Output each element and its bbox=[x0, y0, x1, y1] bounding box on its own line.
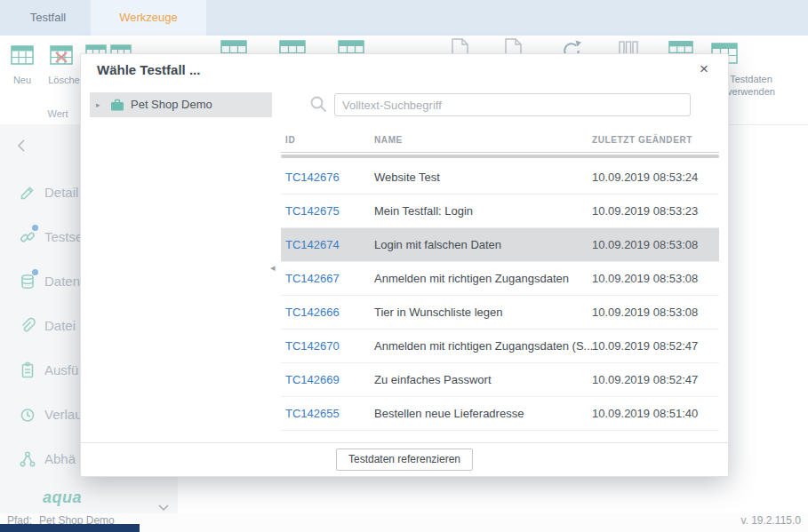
table-row[interactable]: TC142675 Mein Testfall: Login 10.09.2019… bbox=[281, 195, 719, 228]
project-tree-item[interactable]: ▸ Pet Shop Demo bbox=[90, 92, 272, 117]
row-name: Bestellen neue Lieferadresse bbox=[374, 397, 524, 430]
choose-testcase-dialog: Wähle Testfall ... × ▸ Pet Shop Demo ID … bbox=[80, 53, 729, 477]
row-id-link[interactable]: TC142655 bbox=[285, 397, 340, 430]
delete-button[interactable] bbox=[50, 44, 73, 69]
row-name: Website Test bbox=[374, 161, 440, 194]
row-modified: 10.09.2019 08:53:24 bbox=[592, 161, 698, 194]
new-button[interactable] bbox=[11, 44, 34, 69]
row-modified: 10.09.2019 08:51:40 bbox=[592, 397, 698, 430]
details-icon bbox=[19, 184, 36, 205]
table-row[interactable]: TC142669 Zu einfaches Passwort 10.09.201… bbox=[281, 363, 719, 397]
scenario-icon bbox=[19, 228, 36, 250]
row-id-link[interactable]: TC142676 bbox=[285, 161, 340, 194]
row-modified: 10.09.2019 08:53:08 bbox=[592, 296, 698, 329]
search-input[interactable] bbox=[334, 93, 691, 116]
horizontal-scrollbar[interactable] bbox=[281, 155, 719, 158]
search-icon bbox=[309, 95, 328, 117]
version-label: v. 19.2.115.0 bbox=[740, 514, 801, 527]
chevron-down-icon bbox=[158, 504, 169, 512]
table-row[interactable]: TC142670 Anmelden mit richtigen Zugangsd… bbox=[281, 330, 719, 363]
attachment-icon bbox=[19, 317, 36, 338]
row-modified: 10.09.2019 08:53:08 bbox=[592, 228, 698, 261]
footer-divider bbox=[81, 442, 728, 443]
table-header: ID NAME ZULETZT GEÄNDERT bbox=[281, 129, 719, 153]
sidebar-collapse-button[interactable] bbox=[16, 139, 28, 155]
table-row[interactable]: TC142676 Website Test 10.09.2019 08:53:2… bbox=[281, 161, 719, 195]
close-icon[interactable]: × bbox=[694, 60, 714, 79]
project-tree-label: Pet Shop Demo bbox=[131, 92, 212, 117]
history-icon bbox=[19, 406, 36, 427]
testcase-table: ID NAME ZULETZT GEÄNDERT TC142676 Websit… bbox=[281, 129, 719, 431]
project-briefcase-icon bbox=[108, 97, 126, 118]
column-header-name[interactable]: NAME bbox=[374, 129, 403, 152]
row-id-link[interactable]: TC142670 bbox=[285, 330, 340, 362]
testcase-table-body: TC142676 Website Test 10.09.2019 08:53:2… bbox=[281, 161, 719, 431]
table-row[interactable]: TC142655 Bestellen neue Lieferadresse 10… bbox=[281, 397, 719, 431]
row-name: Anmelden mit richtigen Zugangsdaten (S..… bbox=[374, 330, 593, 362]
execution-icon bbox=[19, 361, 36, 383]
row-modified: 10.09.2019 08:53:23 bbox=[592, 195, 698, 227]
table-row[interactable]: TC142674 Login mit falschen Daten 10.09.… bbox=[281, 228, 719, 262]
dialog-title: Wähle Testfall ... bbox=[97, 62, 200, 77]
row-name: Mein Testfall: Login bbox=[374, 195, 473, 227]
tree-panel-collapse-icon[interactable]: ◂ bbox=[270, 262, 276, 274]
tab-bar: Testfall Werkzeuge bbox=[0, 0, 808, 36]
row-name: Tier in Wunschliste legen bbox=[374, 296, 503, 329]
row-id-link[interactable]: TC142675 bbox=[285, 195, 340, 227]
notification-dot bbox=[32, 269, 38, 275]
data-icon bbox=[19, 273, 36, 294]
row-id-link[interactable]: TC142674 bbox=[285, 228, 340, 261]
tree-expand-icon[interactable]: ▸ bbox=[96, 92, 100, 117]
row-id-link[interactable]: TC142669 bbox=[285, 363, 340, 396]
aqua-logo: aqua bbox=[43, 488, 82, 507]
tab-testfall[interactable]: Testfall bbox=[7, 0, 89, 36]
row-id-link[interactable]: TC142667 bbox=[285, 262, 340, 295]
table-new-icon bbox=[11, 44, 34, 66]
app-window: Testfall Werkzeuge Neu Lösche bbox=[0, 0, 808, 532]
notification-dot bbox=[32, 225, 38, 231]
new-button-label: Neu bbox=[2, 75, 43, 85]
row-modified: 10.09.2019 08:52:47 bbox=[592, 363, 698, 396]
row-modified: 10.09.2019 08:53:08 bbox=[592, 262, 698, 295]
table-row[interactable]: TC142666 Tier in Wunschliste legen 10.09… bbox=[281, 296, 719, 330]
table-row[interactable]: TC142667 Anmelden mit richtigen Zugangsd… bbox=[281, 262, 719, 296]
row-name: Anmelden mit richtigen Zugangsdaten bbox=[374, 262, 569, 295]
chevron-left-icon bbox=[16, 139, 27, 153]
tab-werkzeuge[interactable]: Werkzeuge bbox=[91, 0, 206, 36]
row-name: Login mit falschen Daten bbox=[374, 228, 501, 261]
dependencies-icon bbox=[19, 450, 36, 472]
row-name: Zu einfaches Passwort bbox=[374, 363, 492, 396]
column-header-modified[interactable]: ZULETZT GEÄNDERT bbox=[592, 129, 692, 152]
row-id-link[interactable]: TC142666 bbox=[285, 296, 340, 329]
reference-testdata-button[interactable]: Testdaten referenzieren bbox=[336, 449, 473, 471]
bottom-brand-strip bbox=[0, 524, 140, 532]
table-delete-icon bbox=[50, 44, 73, 66]
column-header-id[interactable]: ID bbox=[285, 129, 295, 152]
row-modified: 10.09.2019 08:52:47 bbox=[592, 330, 698, 362]
